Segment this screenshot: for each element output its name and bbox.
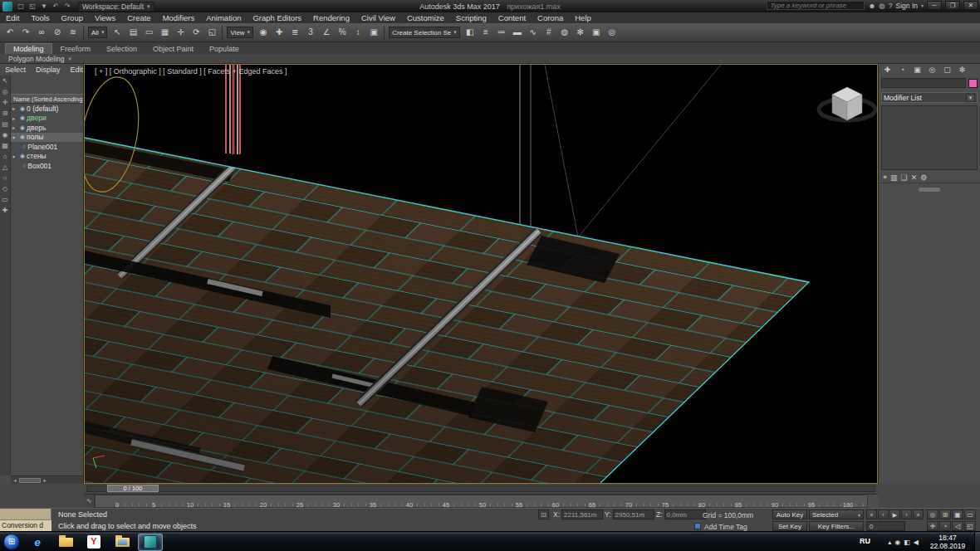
taskbar-clock[interactable]: 18:47 22.08.2019 (924, 534, 972, 550)
x-coordinate-field[interactable]: 2211,561m (561, 510, 603, 519)
select-and-manipulate-icon[interactable]: ✚ (272, 25, 287, 40)
scene-explorer-sort-header[interactable]: Name (Sorted Ascending) (11, 94, 83, 104)
object-color-swatch[interactable] (968, 79, 978, 88)
explorer-home-icon[interactable]: ⌂ (3, 152, 7, 161)
layer-manager-icon[interactable]: ≔ (494, 25, 509, 40)
zoom-region-icon[interactable]: ▭ (964, 510, 976, 519)
window-crossing-icon[interactable]: ▦ (157, 25, 172, 40)
hidden-icons-arrow[interactable]: ▴ (888, 539, 891, 546)
menu-item[interactable]: Views (89, 13, 121, 22)
language-indicator[interactable]: RU (860, 537, 870, 545)
menu-item[interactable]: Rendering (307, 13, 355, 22)
current-frame-field[interactable]: 0 (866, 521, 905, 531)
redo-icon[interactable]: ↷ (18, 25, 33, 40)
select-object-icon[interactable]: ↖ (110, 25, 125, 40)
taskbar-item-explorer[interactable] (53, 534, 78, 551)
maximize-button[interactable]: ❐ (945, 1, 960, 10)
timeline-ruler[interactable]: 0510152025303540455055606570758085909510… (95, 495, 868, 508)
snaps-toggle-icon[interactable]: 3 (303, 25, 318, 40)
set-key-button[interactable]: Set Key (772, 521, 807, 531)
select-by-name-icon[interactable]: ▤ (125, 25, 140, 40)
notification-icon[interactable]: ◍ (879, 2, 884, 10)
material-editor-icon[interactable]: ◍ (557, 25, 572, 40)
scroll-right-icon[interactable]: ▸ (41, 477, 49, 483)
open-file-icon[interactable]: ◱ (27, 2, 38, 10)
menu-item[interactable]: Civil View (355, 13, 401, 22)
curve-editor-icon[interactable]: ∿ (526, 25, 541, 40)
scene-explorer-menu-item[interactable]: Display (31, 66, 66, 74)
viewport-label[interactable]: [ + ] [ Orthographic ] [ Standard ] [ Fa… (95, 67, 287, 76)
explorer-grid-icon[interactable]: ▦ (2, 141, 8, 150)
schematic-view-icon[interactable]: # (541, 25, 556, 40)
ribbon-panel-strip[interactable]: Polygon Modeling ▾ (0, 54, 980, 64)
menu-item[interactable]: Edit (0, 13, 25, 22)
add-time-tag[interactable]: Add Time Tag (704, 523, 747, 531)
expander-icon[interactable]: ▸ (12, 124, 18, 130)
tray-volume-icon[interactable]: ◀ (914, 539, 919, 546)
keyboard-override-icon[interactable]: ≣ (287, 25, 302, 40)
menu-item[interactable]: Content (492, 13, 532, 22)
create-tab-icon[interactable]: ✚ (880, 65, 894, 76)
user-icon[interactable]: ☻ (868, 2, 875, 10)
align-icon[interactable]: ≡ (478, 25, 493, 40)
explorer-select-icon[interactable]: ↖ (2, 76, 8, 85)
selection-region-icon[interactable]: ▭ (141, 25, 156, 40)
previous-frame-button[interactable]: ‹ (878, 510, 889, 519)
macro-recorder-listener[interactable] (0, 509, 51, 520)
time-slider-handle[interactable]: 0 / 100 (107, 485, 159, 492)
chevron-down-icon[interactable]: ▾ (921, 2, 924, 8)
object-name-field[interactable] (881, 78, 966, 88)
explorer-display-icon[interactable]: ◎ (2, 87, 8, 96)
taskbar-item-ie[interactable]: e (25, 534, 50, 551)
make-unique-icon[interactable]: ❏ (901, 173, 908, 182)
help-icon[interactable]: ? (889, 2, 893, 10)
scrollbar-thumb[interactable] (19, 478, 41, 483)
list-item[interactable]: ○ Plane001 (11, 142, 83, 152)
expander-icon[interactable]: ▸ (12, 105, 18, 111)
next-frame-button[interactable]: › (901, 510, 912, 519)
taskbar-item-pictures[interactable] (110, 534, 135, 551)
close-button[interactable]: ✕ (963, 1, 978, 10)
spinner-snap-icon[interactable]: ↕ (350, 25, 365, 40)
list-item[interactable]: ▸ ◉ дверь (11, 123, 83, 133)
undo-icon[interactable]: ↶ (50, 2, 61, 10)
menu-item[interactable]: Graph Editors (247, 13, 307, 22)
modifier-stack[interactable] (881, 105, 978, 170)
unlink-selection-icon[interactable]: ⊘ (50, 25, 65, 40)
menu-item[interactable]: Group (56, 13, 89, 22)
selection-filter-dropdown[interactable]: All (88, 27, 107, 38)
list-item[interactable]: ▾ ◉ стены (11, 152, 83, 162)
play-button[interactable]: ▶ (889, 510, 900, 519)
configure-modifier-sets-icon[interactable]: ⚙ (920, 173, 927, 182)
maximize-viewport-icon[interactable]: ◱ (964, 521, 976, 531)
go-to-end-button[interactable]: » (913, 510, 924, 519)
remove-modifier-icon[interactable]: ✕ (911, 173, 918, 182)
select-and-scale-icon[interactable]: ◱ (204, 25, 219, 40)
pin-stack-icon[interactable]: ⌖ (883, 173, 887, 182)
auto-key-button[interactable]: Auto Key (772, 510, 807, 519)
selection-lock-icon[interactable]: ⊡ (538, 510, 549, 519)
ribbon-tab-selection[interactable]: Selection (99, 44, 145, 54)
sign-in-link[interactable]: Sign In (896, 2, 918, 10)
menu-item[interactable]: Corona (532, 13, 569, 22)
angle-snap-icon[interactable]: ∠ (319, 25, 334, 40)
list-item[interactable]: ▾ ◉ полы (11, 133, 83, 143)
save-file-icon[interactable]: ▼ (38, 2, 50, 10)
ribbon-tab-modeling[interactable]: Modeling (5, 43, 52, 54)
rendered-frame-icon[interactable]: ▣ (589, 25, 604, 40)
y-coordinate-field[interactable]: 2950,51m (613, 510, 654, 519)
select-and-move-icon[interactable]: ✛ (173, 25, 188, 40)
utilities-tab-icon[interactable]: ✻ (955, 65, 969, 76)
viewport-canvas[interactable]: [ + ] [ Orthographic ] [ Standard ] [ Fa… (85, 65, 877, 483)
menu-item[interactable]: Modifiers (157, 13, 201, 22)
horizontal-scrollbar[interactable]: ◂ ▸ (11, 475, 83, 484)
scroll-left-icon[interactable]: ◂ (11, 477, 19, 483)
modifier-list-dropdown[interactable]: Modifier List ▾ (881, 92, 978, 103)
ribbon-tab-object-paint[interactable]: Object Paint (145, 44, 201, 54)
zoom-icon[interactable]: ◎ (927, 510, 938, 519)
workspace-selector[interactable]: Workspace: Default (78, 2, 154, 12)
menu-item[interactable]: Create (121, 13, 157, 22)
motion-tab-icon[interactable]: ◎ (925, 65, 939, 76)
modify-tab-icon[interactable]: ◔ (895, 65, 909, 76)
start-button[interactable]: ⊞ (3, 534, 20, 550)
